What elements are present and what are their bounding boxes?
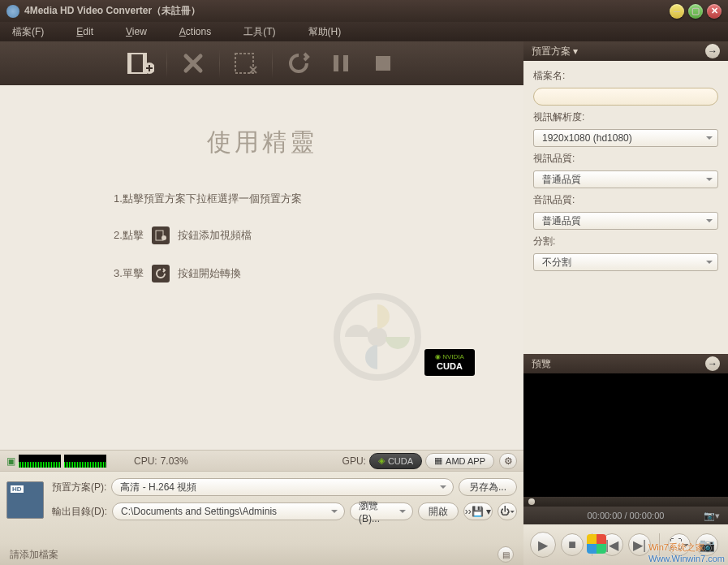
play-button[interactable]: ▶ [530,532,556,558]
output-dir-label: 輸出目錄(D): [52,505,107,519]
filename-label: 檔案名: [533,69,718,83]
menu-file[interactable]: 檔案(F) [12,25,44,39]
svg-rect-7 [376,56,390,71]
wizard-heading: 使用精靈 [24,126,499,159]
cpu-graph-2 [64,455,106,468]
gpu-label: GPU: [342,455,366,467]
wizard-step-1: 1.點擊預置方案下拉框選擇一個預置方案 [114,192,499,206]
cpu-value: 7.03% [161,455,188,467]
nvidia-cuda-badge: ◉ NVIDIA CUDA [424,349,475,376]
resolution-label: 視訊解析度: [533,110,718,124]
wizard-area: 使用精靈 1.點擊預置方案下拉框選擇一個預置方案 2.點擊按鈕添加視頻檔 3.單… [0,85,523,450]
settings-gear-button[interactable]: ⚙ [499,453,517,469]
open-button[interactable]: 開啟 [418,502,459,520]
convert-button[interactable] [282,49,315,78]
audio-quality-label: 音訊品質: [533,193,718,207]
svg-point-9 [162,235,166,240]
wizard-step-3: 3.單擊按鈕開始轉換 [114,265,499,282]
video-quality-dropdown[interactable]: 普通品質 [533,170,718,188]
browse-button[interactable]: 瀏覽(B)... [350,502,413,520]
preview-panel: 預覽 → 00:00:00 / 00:00:00 📷▾ ▶ ■ |◀ ▶| ⛶▾… [523,354,728,565]
export-dropdown-button[interactable]: ››💾 ▾ [463,502,493,520]
cpu-label: CPU: [134,455,157,467]
profile-panel-header: 預置方案 ▾ → [523,41,728,61]
cpu-toggle-icon[interactable]: ▣ [6,455,15,467]
profile-label: 預置方案(P): [52,481,106,494]
menu-view[interactable]: View [126,26,147,37]
video-quality-label: 視訊品質: [533,152,718,166]
status-bar: ▣ CPU: 7.03% GPU: ◈CUDA ▦AMD APP ⚙ [0,450,523,471]
preview-time-display: 00:00:00 / 00:00:00 📷▾ [523,507,728,524]
cuda-toggle[interactable]: ◈CUDA [369,453,422,469]
pause-button[interactable] [325,49,357,78]
title-bar: 4Media HD Video Converter（未註冊） ─ ▢ ✕ [0,0,728,22]
stop-preview-button[interactable]: ■ [561,533,584,556]
svg-rect-6 [343,55,348,71]
footer-toggle-button[interactable]: ▤ [498,546,514,563]
svg-point-11 [368,327,387,347]
preview-panel-header: 預覽 → [523,354,728,373]
window-title: 4Media HD Video Converter（未註冊） [24,4,666,18]
output-settings-panel: 預置方案(P): 高清 - H.264 視頻 另存為... 輸出目錄(D): C… [0,471,523,544]
clip-button[interactable] [230,49,262,78]
profile-thumbnail-icon [6,481,44,519]
delete-button[interactable] [177,49,209,78]
watermark-logo-icon [587,534,606,554]
amd-app-toggle[interactable]: ▦AMD APP [425,453,494,469]
site-watermark: Win7系统之家 Www.Winwin7.com [648,541,725,563]
app-logo-icon [6,5,19,18]
preview-seek-slider[interactable] [523,497,728,507]
svg-rect-5 [334,55,338,71]
menu-tools[interactable]: 工具(T) [243,25,275,39]
menu-edit[interactable]: Edit [76,26,93,37]
split-label: 分割: [533,235,718,248]
preview-controls: ▶ ■ |◀ ▶| ⛶▾ 📷 Win7系统之家 Www.Winwin7.com [523,524,728,565]
save-as-button[interactable]: 另存為... [459,478,517,496]
footer-hint: 請添加檔案 [10,548,58,562]
minimize-button[interactable]: ─ [670,4,684,19]
preview-panel-expand-button[interactable]: → [705,356,720,371]
footer-bar: 請添加檔案 ▤ [0,544,523,565]
next-button[interactable]: ▶| [628,533,651,556]
menu-bar: 檔案(F) Edit View Actions 工具(T) 幫助(H) [0,22,728,41]
convert-step-icon [152,265,170,282]
main-toolbar [0,41,523,85]
profile-panel: 檔案名: 視訊解析度: 1920x1080 (hd1080) 視訊品質: 普通品… [523,61,728,354]
output-dir-dropdown[interactable]: C:\Documents and Settings\Adminis [112,502,345,520]
cpu-graph-1 [19,455,61,468]
maximize-button[interactable]: ▢ [688,4,703,19]
profile-dropdown[interactable]: 高清 - H.264 視頻 [111,478,454,496]
add-file-step-icon [152,226,170,244]
resolution-dropdown[interactable]: 1920x1080 (hd1080) [533,129,718,147]
wizard-step-2: 2.點擊按鈕添加視頻檔 [114,226,499,244]
svg-rect-1 [128,54,131,73]
filename-input[interactable] [533,88,718,106]
background-watermark-icon [329,288,426,386]
close-button[interactable]: ✕ [707,4,722,19]
svg-rect-4 [235,54,253,73]
menu-actions[interactable]: Actions [179,26,211,37]
profile-panel-expand-button[interactable]: → [705,44,720,58]
add-file-button[interactable] [124,49,157,78]
audio-quality-dropdown[interactable]: 普通品質 [533,212,718,230]
power-menu-button[interactable]: ⏻▾ [498,502,517,520]
stop-button[interactable] [367,49,399,78]
split-dropdown[interactable]: 不分割 [533,253,718,271]
snapshot-menu-button[interactable]: 📷▾ [704,511,720,521]
preview-video-area [523,373,728,497]
menu-help[interactable]: 幫助(H) [308,25,342,39]
